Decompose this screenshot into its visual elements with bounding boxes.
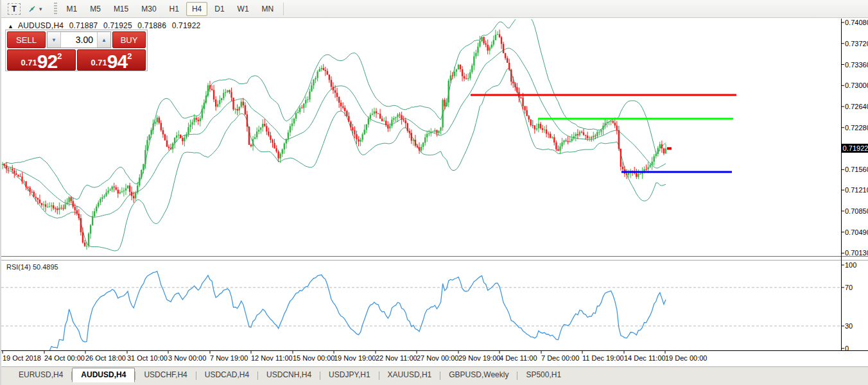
time-axis-label: 7 Dec 00:00 — [541, 354, 579, 362]
chart-tab-usdcad[interactable]: USDCAD,H4 — [196, 368, 257, 382]
volume-increase-button[interactable]: ▲ — [97, 32, 110, 47]
toolbar-separator — [283, 3, 284, 15]
time-axis-label: 7 Nov 19:00 — [210, 354, 248, 362]
symbol-marker-icon: ▲ — [8, 23, 13, 30]
text-tool-icon: T — [8, 3, 21, 15]
sell-price-button[interactable]: 0.71 92 2 — [7, 49, 76, 71]
pane-splitter-2 — [1, 260, 868, 261]
chart-tab-gbpusd[interactable]: GBPUSD,Weekly — [440, 368, 517, 382]
time-axis-label: 19 Dec 00:00 — [665, 354, 707, 362]
time-axis-label: 19 Oct 2018 — [3, 354, 41, 362]
chart-tab-usdjpy[interactable]: USDJPY,H1 — [320, 368, 378, 382]
ohlc-high: 0.71925 — [103, 21, 132, 30]
chart-symbol: AUDUSD,H4 — [18, 21, 64, 30]
chart-tab-usdchf[interactable]: USDCHF,H4 — [135, 368, 195, 382]
one-click-trade-panel: SELL ▼ 3.00 ▲ BUY 0.71 92 2 0.71 94 2 — [5, 30, 148, 71]
price-axis-border — [841, 19, 842, 350]
time-axis-label: 3 Nov 00:00 — [168, 354, 206, 362]
timeframe-button-m30[interactable]: M30 — [135, 2, 162, 16]
sell-button[interactable]: SELL — [7, 31, 46, 48]
time-axis-label: 12 Nov 11:00 — [251, 354, 293, 362]
mt4-window: T ▾ M1M5M15M30H1H4D1W1MN ▲ AUDUSD,H4 0.7… — [0, 0, 868, 385]
timeframe-button-h1[interactable]: H1 — [164, 2, 185, 16]
timeframe-button-m1[interactable]: M1 — [61, 2, 83, 16]
time-axis-label: 31 Oct 10:00 — [127, 354, 168, 362]
timeframe-button-h4[interactable]: H4 — [186, 2, 207, 16]
chart-tab-sp500[interactable]: SP500,H1 — [517, 368, 569, 382]
timeframe-button-m5[interactable]: M5 — [84, 2, 107, 16]
time-axis-border — [1, 350, 868, 351]
volume-decrease-button[interactable]: ▼ — [48, 32, 61, 47]
timeframe-button-w1[interactable]: W1 — [232, 2, 255, 16]
time-axis-label: 22 Nov 11:00 — [376, 354, 417, 362]
chart-tab-usdcnh[interactable]: USDCNH,H4 — [258, 368, 320, 382]
rsi-axis-label: 0 — [845, 345, 849, 352]
price-axis-label: 0.70850 — [845, 207, 868, 215]
ohlc-low: 0.71886 — [137, 21, 166, 30]
time-axis-label: 26 Oct 18:00 — [85, 354, 126, 362]
price-axis-label: 0.71560 — [845, 166, 868, 173]
time-axis-label: 29 Nov 19:00 — [458, 354, 500, 362]
chevron-down-icon: ▾ — [37, 6, 44, 12]
style-tool-button[interactable]: ▾ — [24, 2, 48, 16]
price-axis-label: 0.73000 — [845, 81, 868, 89]
timeframe-toolbar: T ▾ M1M5M15M30H1H4D1W1MN — [1, 0, 868, 18]
price-axis-label: 0.70490 — [845, 228, 868, 236]
time-axis-label: 14 Dec 11:00 — [624, 354, 666, 362]
volume-input[interactable]: 3.00 — [61, 32, 97, 47]
timeframe-buttons: M1M5M15M30H1H4D1W1MN — [61, 2, 280, 16]
timeframe-button-m15[interactable]: M15 — [108, 2, 134, 16]
pane-splitter[interactable] — [1, 256, 868, 257]
rsi-axis-label: 30 — [845, 322, 853, 330]
sell-price-sup: 2 — [57, 52, 62, 60]
buy-price-prefix: 0.71 — [91, 58, 107, 67]
price-axis-label: 0.70130 — [845, 249, 868, 257]
time-axis-label: 19 Nov 19:00 — [334, 354, 376, 362]
ohlc-close: 0.71922 — [172, 21, 201, 30]
arrows-icon — [27, 4, 37, 14]
buy-price-big: 94 — [107, 53, 127, 70]
price-axis-label: 0.73360 — [845, 61, 868, 69]
timeframe-button-mn[interactable]: MN — [256, 2, 280, 16]
price-axis-label: 0.72640 — [845, 103, 868, 110]
chart-ohlc-header: ▲ AUDUSD,H4 0.71887 0.71925 0.71886 0.71… — [8, 21, 204, 30]
text-tool-button[interactable]: T — [4, 2, 24, 16]
chart-tab-audusd[interactable]: AUDUSD,H4 — [72, 368, 135, 382]
timeframe-button-d1[interactable]: D1 — [209, 2, 230, 16]
rsi-axis-label: 70 — [845, 284, 853, 291]
ohlc-open: 0.71887 — [69, 21, 98, 30]
time-axis-label: 15 Nov 00:00 — [293, 354, 334, 362]
chart-tab-eurusd[interactable]: EURUSD,H4 — [10, 368, 71, 382]
current-price-badge: 0.71922 — [842, 144, 868, 153]
sell-price-big: 92 — [37, 53, 57, 70]
price-axis-label: 0.71210 — [845, 186, 868, 194]
price-axis-label: 0.72280 — [845, 124, 868, 132]
buy-price-sup: 2 — [127, 52, 132, 60]
sell-price-prefix: 0.71 — [21, 58, 37, 67]
price-axis-label: 0.74080 — [845, 19, 868, 26]
price-axis-label: 0.73720 — [845, 40, 868, 47]
chart-tab-bar: EURUSD,H4AUDUSD,H4USDCHF,H4USDCAD,H4USDC… — [1, 366, 868, 385]
rsi-axis-label: 100 — [845, 261, 856, 269]
chart-tab-xauusd[interactable]: XAUUSD,H1 — [379, 368, 440, 382]
buy-button[interactable]: BUY — [112, 31, 146, 48]
time-axis-label: 11 Dec 19:00 — [582, 354, 624, 362]
toolbar-grip[interactable] — [54, 3, 57, 15]
rsi-indicator-label: RSI(14) 50.4895 — [6, 263, 58, 271]
buy-price-button[interactable]: 0.71 94 2 — [77, 49, 146, 71]
time-axis-label: 24 Oct 00:00 — [44, 354, 85, 362]
time-axis-label: 27 Nov 00:00 — [417, 354, 458, 362]
time-axis-label: 4 Dec 11:00 — [499, 354, 537, 362]
volume-stepper: ▼ 3.00 ▲ — [47, 31, 111, 48]
